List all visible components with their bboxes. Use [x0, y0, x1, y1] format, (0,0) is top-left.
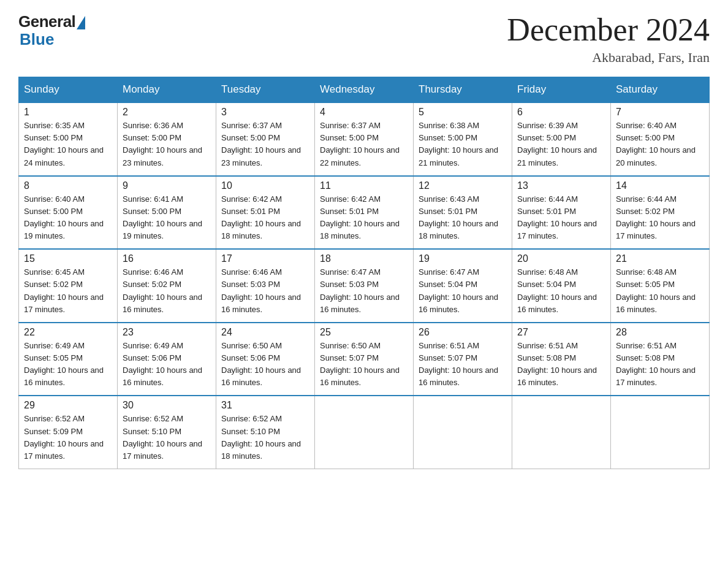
day-info: Sunrise: 6:47 AMSunset: 5:03 PMDaylight:… [320, 266, 408, 316]
day-info: Sunrise: 6:37 AMSunset: 5:00 PMDaylight:… [320, 120, 408, 169]
day-number: 22 [24, 327, 112, 338]
day-info: Sunrise: 6:41 AMSunset: 5:00 PMDaylight:… [123, 193, 211, 243]
calendar-cell: 1 Sunrise: 6:35 AMSunset: 5:00 PMDayligh… [19, 102, 118, 176]
logo-general-text: General [18, 12, 75, 31]
day-number: 17 [221, 253, 309, 264]
day-info: Sunrise: 6:52 AMSunset: 5:10 PMDaylight:… [221, 413, 309, 462]
day-number: 3 [221, 107, 309, 118]
day-number: 26 [419, 327, 507, 338]
day-info: Sunrise: 6:35 AMSunset: 5:00 PMDaylight:… [24, 120, 112, 169]
weekday-header-sunday: Sunday [19, 77, 118, 103]
day-number: 23 [123, 327, 211, 338]
calendar-cell: 12 Sunrise: 6:43 AMSunset: 5:01 PMDaylig… [414, 176, 512, 250]
calendar-cell: 31 Sunrise: 6:52 AMSunset: 5:10 PMDaylig… [216, 396, 315, 469]
calendar-cell: 13 Sunrise: 6:44 AMSunset: 5:01 PMDaylig… [512, 176, 611, 250]
day-info: Sunrise: 6:44 AMSunset: 5:01 PMDaylight:… [517, 193, 605, 243]
calendar-cell: 7 Sunrise: 6:40 AMSunset: 5:00 PMDayligh… [611, 102, 710, 176]
day-info: Sunrise: 6:43 AMSunset: 5:01 PMDaylight:… [419, 193, 507, 243]
calendar-cell: 14 Sunrise: 6:44 AMSunset: 5:02 PMDaylig… [611, 176, 710, 250]
day-number: 31 [221, 400, 309, 411]
calendar-cell: 27 Sunrise: 6:51 AMSunset: 5:08 PMDaylig… [512, 323, 611, 396]
day-info: Sunrise: 6:51 AMSunset: 5:07 PMDaylight:… [419, 340, 507, 389]
day-number: 4 [320, 107, 408, 118]
calendar-cell: 3 Sunrise: 6:37 AMSunset: 5:00 PMDayligh… [216, 102, 315, 176]
calendar-cell: 26 Sunrise: 6:51 AMSunset: 5:07 PMDaylig… [414, 323, 512, 396]
day-info: Sunrise: 6:37 AMSunset: 5:00 PMDaylight:… [221, 120, 309, 169]
day-number: 16 [123, 253, 211, 264]
day-info: Sunrise: 6:48 AMSunset: 5:04 PMDaylight:… [517, 266, 605, 316]
day-number: 12 [419, 180, 507, 191]
day-number: 15 [24, 253, 112, 264]
weekday-header-row: SundayMondayTuesdayWednesdayThursdayFrid… [19, 77, 710, 103]
day-info: Sunrise: 6:50 AMSunset: 5:07 PMDaylight:… [320, 340, 408, 389]
calendar-cell: 29 Sunrise: 6:52 AMSunset: 5:09 PMDaylig… [19, 396, 118, 469]
day-info: Sunrise: 6:42 AMSunset: 5:01 PMDaylight:… [320, 193, 408, 243]
day-number: 25 [320, 327, 408, 338]
day-number: 13 [517, 180, 605, 191]
calendar-cell: 24 Sunrise: 6:50 AMSunset: 5:06 PMDaylig… [216, 323, 315, 396]
title-block: December 2024 Akbarabad, Fars, Iran [507, 12, 710, 66]
calendar-cell: 19 Sunrise: 6:47 AMSunset: 5:04 PMDaylig… [414, 249, 512, 323]
day-number: 8 [24, 180, 112, 191]
calendar-cell: 6 Sunrise: 6:39 AMSunset: 5:00 PMDayligh… [512, 102, 611, 176]
calendar-cell: 17 Sunrise: 6:46 AMSunset: 5:03 PMDaylig… [216, 249, 315, 323]
day-info: Sunrise: 6:52 AMSunset: 5:09 PMDaylight:… [24, 413, 112, 462]
calendar-cell: 9 Sunrise: 6:41 AMSunset: 5:00 PMDayligh… [118, 176, 216, 250]
day-info: Sunrise: 6:39 AMSunset: 5:00 PMDaylight:… [517, 120, 605, 169]
day-info: Sunrise: 6:46 AMSunset: 5:03 PMDaylight:… [221, 266, 309, 316]
weekday-header-monday: Monday [118, 77, 216, 103]
day-number: 20 [517, 253, 605, 264]
calendar-cell: 15 Sunrise: 6:45 AMSunset: 5:02 PMDaylig… [19, 249, 118, 323]
weekday-header-thursday: Thursday [414, 77, 512, 103]
calendar-cell: 23 Sunrise: 6:49 AMSunset: 5:06 PMDaylig… [118, 323, 216, 396]
day-info: Sunrise: 6:45 AMSunset: 5:02 PMDaylight:… [24, 266, 112, 316]
day-info: Sunrise: 6:49 AMSunset: 5:05 PMDaylight:… [24, 340, 112, 389]
day-info: Sunrise: 6:49 AMSunset: 5:06 PMDaylight:… [123, 340, 211, 389]
day-info: Sunrise: 6:48 AMSunset: 5:05 PMDaylight:… [616, 266, 704, 316]
day-number: 19 [419, 253, 507, 264]
day-number: 30 [123, 400, 211, 411]
day-number: 10 [221, 180, 309, 191]
day-number: 9 [123, 180, 211, 191]
day-number: 24 [221, 327, 309, 338]
logo-blue-text: Blue [18, 30, 54, 49]
calendar-cell: 10 Sunrise: 6:42 AMSunset: 5:01 PMDaylig… [216, 176, 315, 250]
calendar-cell: 21 Sunrise: 6:48 AMSunset: 5:05 PMDaylig… [611, 249, 710, 323]
calendar-cell: 30 Sunrise: 6:52 AMSunset: 5:10 PMDaylig… [118, 396, 216, 469]
calendar-cell: 16 Sunrise: 6:46 AMSunset: 5:02 PMDaylig… [118, 249, 216, 323]
day-info: Sunrise: 6:50 AMSunset: 5:06 PMDaylight:… [221, 340, 309, 389]
calendar-week-row: 22 Sunrise: 6:49 AMSunset: 5:05 PMDaylig… [19, 323, 710, 396]
month-title: December 2024 [507, 12, 710, 47]
day-number: 11 [320, 180, 408, 191]
day-info: Sunrise: 6:51 AMSunset: 5:08 PMDaylight:… [517, 340, 605, 389]
weekday-header-friday: Friday [512, 77, 611, 103]
day-info: Sunrise: 6:38 AMSunset: 5:00 PMDaylight:… [419, 120, 507, 169]
calendar-week-row: 15 Sunrise: 6:45 AMSunset: 5:02 PMDaylig… [19, 249, 710, 323]
calendar-cell: 22 Sunrise: 6:49 AMSunset: 5:05 PMDaylig… [19, 323, 118, 396]
calendar-cell: 2 Sunrise: 6:36 AMSunset: 5:00 PMDayligh… [118, 102, 216, 176]
calendar-cell [315, 396, 414, 469]
day-number: 29 [24, 400, 112, 411]
calendar-week-row: 1 Sunrise: 6:35 AMSunset: 5:00 PMDayligh… [19, 102, 710, 176]
day-info: Sunrise: 6:40 AMSunset: 5:00 PMDaylight:… [616, 120, 704, 169]
day-info: Sunrise: 6:47 AMSunset: 5:04 PMDaylight:… [419, 266, 507, 316]
calendar-cell: 8 Sunrise: 6:40 AMSunset: 5:00 PMDayligh… [19, 176, 118, 250]
calendar-table: SundayMondayTuesdayWednesdayThursdayFrid… [18, 77, 710, 469]
day-info: Sunrise: 6:40 AMSunset: 5:00 PMDaylight:… [24, 193, 112, 243]
weekday-header-tuesday: Tuesday [216, 77, 315, 103]
day-number: 27 [517, 327, 605, 338]
calendar-cell: 28 Sunrise: 6:51 AMSunset: 5:08 PMDaylig… [611, 323, 710, 396]
day-number: 5 [419, 107, 507, 118]
calendar-week-row: 29 Sunrise: 6:52 AMSunset: 5:09 PMDaylig… [19, 396, 710, 469]
day-info: Sunrise: 6:46 AMSunset: 5:02 PMDaylight:… [123, 266, 211, 316]
day-number: 21 [616, 253, 704, 264]
calendar-cell: 5 Sunrise: 6:38 AMSunset: 5:00 PMDayligh… [414, 102, 512, 176]
calendar-cell [414, 396, 512, 469]
calendar-cell: 11 Sunrise: 6:42 AMSunset: 5:01 PMDaylig… [315, 176, 414, 250]
logo-triangle-icon [77, 16, 85, 29]
calendar-cell: 4 Sunrise: 6:37 AMSunset: 5:00 PMDayligh… [315, 102, 414, 176]
weekday-header-wednesday: Wednesday [315, 77, 414, 103]
page-header: General Blue December 2024 Akbarabad, Fa… [18, 12, 710, 66]
calendar-cell [512, 396, 611, 469]
day-number: 18 [320, 253, 408, 264]
